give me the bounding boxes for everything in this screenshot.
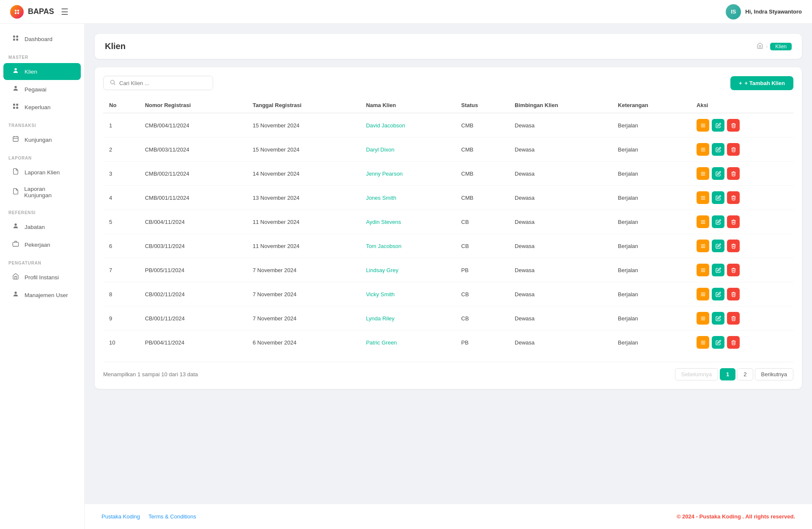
main-content: Klien › Klien [85, 24, 812, 504]
pagination-info: Menampilkan 1 sampai 10 dari 13 data [103, 371, 198, 377]
cell-keterangan: Berjalan [612, 210, 691, 234]
svg-line-22 [114, 83, 115, 85]
delete-button[interactable] [727, 264, 740, 276]
cell-bimbingan: Dewasa [509, 306, 612, 331]
delete-button[interactable] [727, 215, 740, 228]
sidebar-item-pekerjaan[interactable]: Pekerjaan [3, 236, 81, 253]
sidebar-item-laporan-kunjungan[interactable]: Laporan Kunjungan [3, 182, 81, 203]
detail-button[interactable] [697, 143, 709, 156]
edit-button[interactable] [712, 119, 724, 132]
pegawai-icon [12, 85, 19, 94]
cell-aksi [691, 306, 793, 331]
detail-button[interactable] [697, 288, 709, 300]
delete-button[interactable] [727, 119, 740, 132]
plus-icon: + [739, 80, 742, 86]
edit-button[interactable] [712, 288, 724, 300]
edit-button[interactable] [712, 167, 724, 180]
svg-point-20 [14, 292, 16, 294]
delete-button[interactable] [727, 167, 740, 180]
footer-link-pustaka[interactable]: Pustaka Koding [102, 513, 140, 520]
search-box[interactable] [103, 76, 213, 90]
pagination-buttons: Sebelumnya 1 2 Berikutnya [675, 368, 793, 380]
sidebar-item-pegawai[interactable]: Pegawai [3, 81, 81, 98]
detail-button[interactable] [697, 240, 709, 252]
detail-button[interactable] [697, 264, 709, 276]
search-input[interactable] [119, 80, 207, 86]
sidebar-label-jabatan: Jabatan [25, 224, 45, 230]
cell-status: CB [455, 234, 509, 258]
sidebar-item-laporan-klien[interactable]: Laporan Klien [3, 164, 81, 181]
sidebar-item-klien[interactable]: Klien [3, 63, 81, 80]
cell-nama: Lynda Riley [360, 306, 455, 331]
delete-button[interactable] [727, 288, 740, 300]
menu-toggle[interactable]: ☰ [61, 7, 69, 17]
footer-link-terms[interactable]: Terms & Conditions [148, 513, 196, 520]
prev-button[interactable]: Sebelumnya [675, 368, 718, 380]
cell-nomor: CB/004/11/2024 [139, 210, 247, 234]
sidebar-item-keperluan[interactable]: Keperluan [3, 99, 81, 116]
edit-button[interactable] [712, 312, 724, 325]
cell-bimbingan: Dewasa [509, 138, 612, 162]
svg-rect-19 [13, 242, 18, 246]
detail-button[interactable] [697, 336, 709, 349]
delete-button[interactable] [727, 336, 740, 349]
profil-instansi-icon [12, 273, 19, 281]
detail-button[interactable] [697, 119, 709, 132]
edit-button[interactable] [712, 191, 724, 204]
cell-no: 2 [103, 138, 139, 162]
sidebar-item-dashboard[interactable]: Dashboard [3, 30, 81, 47]
tambah-klien-button[interactable]: + + Tambah Klien [730, 76, 793, 90]
breadcrumb: › Klien [757, 42, 792, 50]
page-1-button[interactable]: 1 [720, 368, 735, 380]
page-2-button[interactable]: 2 [737, 368, 753, 380]
cell-bimbingan: Dewasa [509, 186, 612, 210]
cell-tanggal: 11 November 2024 [247, 234, 360, 258]
col-tanggal-registrasi: Tanggal Registrasi [247, 98, 360, 113]
sidebar-label-profil-instansi: Profil Instansi [25, 274, 59, 281]
table-row: 3 CMB/002/11/2024 14 November 2024 Jenny… [103, 162, 793, 186]
cell-bimbingan: Dewasa [509, 113, 612, 138]
cell-aksi [691, 258, 793, 282]
col-keterangan: Keterangan [612, 98, 691, 113]
table-toolbar: + + Tambah Klien [103, 76, 793, 90]
delete-button[interactable] [727, 143, 740, 156]
cell-tanggal: 7 November 2024 [247, 282, 360, 306]
svg-rect-5 [16, 36, 18, 38]
cell-keterangan: Berjalan [612, 162, 691, 186]
cell-keterangan: Berjalan [612, 234, 691, 258]
edit-button[interactable] [712, 336, 724, 349]
svg-point-8 [14, 68, 16, 70]
next-button[interactable]: Berikutnya [755, 368, 793, 380]
sidebar-item-manajemen-user[interactable]: Manajemen User [3, 287, 81, 303]
pagination-row: Menampilkan 1 sampai 10 dari 13 data Seb… [103, 362, 793, 380]
edit-button[interactable] [712, 264, 724, 276]
delete-button[interactable] [727, 191, 740, 204]
avatar: IS [726, 4, 741, 19]
cell-status: CB [455, 306, 509, 331]
sidebar-item-profil-instansi[interactable]: Profil Instansi [3, 269, 81, 286]
delete-button[interactable] [727, 312, 740, 325]
topnav: BAPAS ☰ IS Hi, Indra Styawantoro [0, 0, 812, 24]
sidebar-label-pekerjaan: Pekerjaan [25, 242, 50, 248]
detail-button[interactable] [697, 167, 709, 180]
cell-no: 3 [103, 162, 139, 186]
svg-point-21 [111, 80, 115, 84]
table-row: 6 CB/003/11/2024 11 November 2024 Tom Ja… [103, 234, 793, 258]
edit-button[interactable] [712, 215, 724, 228]
kunjungan-icon [12, 135, 19, 144]
delete-button[interactable] [727, 240, 740, 252]
detail-button[interactable] [697, 215, 709, 228]
svg-point-1 [17, 9, 19, 11]
edit-button[interactable] [712, 143, 724, 156]
sidebar-label-pegawai: Pegawai [25, 86, 47, 93]
detail-button[interactable] [697, 312, 709, 325]
cell-status: CB [455, 282, 509, 306]
section-laporan: LAPORAN [0, 149, 84, 163]
sidebar-item-kunjungan[interactable]: Kunjungan [3, 131, 81, 148]
detail-button[interactable] [697, 191, 709, 204]
edit-button[interactable] [712, 240, 724, 252]
cell-no: 4 [103, 186, 139, 210]
sidebar-item-jabatan[interactable]: Jabatan [3, 218, 81, 235]
footer: Pustaka Koding Terms & Conditions © 2024… [85, 504, 812, 529]
app-name: BAPAS [28, 7, 54, 16]
